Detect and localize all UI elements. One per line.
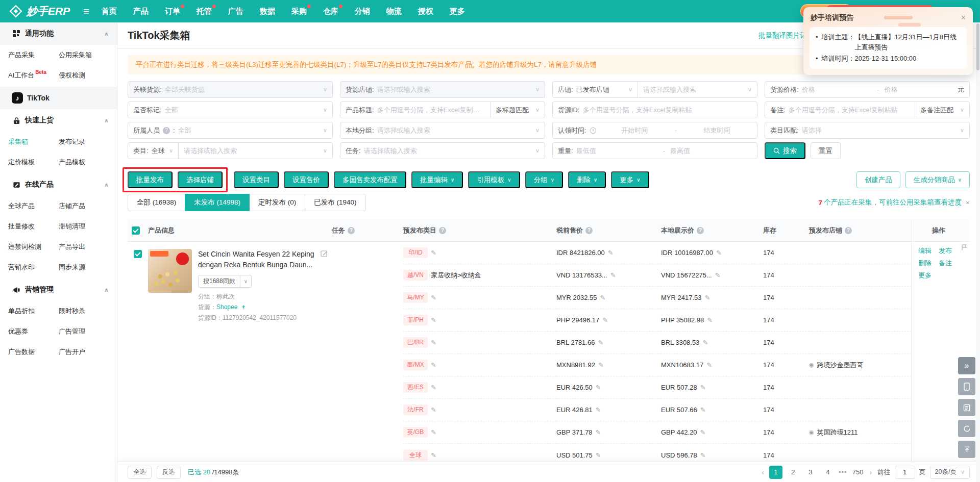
select-all-checkbox[interactable] [132,226,140,235]
row-checkbox[interactable] [134,250,142,258]
filter-weight[interactable]: 重量: 最低值 - 最高值 [552,142,757,159]
sidebar-item-item-discount[interactable]: 单品折扣 [8,301,59,321]
filter-category-scope[interactable]: 类目: 全球 ∨ [128,142,179,159]
edit-price-icon[interactable]: ✎ [602,316,608,324]
filter-owner[interactable]: 所属人员 ? : 全部 ∨ [128,122,333,139]
filter-source-price[interactable]: 货源价格: 价格 - 价格 元 [765,81,970,98]
use-template-dropdown[interactable]: 引用模板∨ [468,171,520,188]
edit-price-icon[interactable]: ✎ [596,406,601,414]
edit-category-icon[interactable]: ✎ [431,339,436,346]
group-dropdown[interactable]: 分组∨ [525,171,563,188]
page-3[interactable]: 3 [804,466,817,479]
edit-category-icon[interactable]: ✎ [431,361,436,369]
collapse-panel-button[interactable]: » [958,357,975,374]
nav-more[interactable]: 更多 [450,7,465,16]
category-name[interactable]: 家居收纳>收纳盒 [431,271,481,280]
edit-price-icon[interactable]: ✎ [596,428,601,436]
edit-link[interactable]: 编辑 [918,246,932,256]
select-all-button[interactable]: 全选 [128,466,152,479]
product-image[interactable] [148,249,192,293]
batch-publish-button[interactable]: 批量发布 [128,171,173,188]
sidebar-item-ad-management[interactable]: 广告管理 [59,321,113,342]
edit-local-price-icon[interactable]: ✎ [706,361,712,369]
nav-logistics[interactable]: 物流 [386,7,402,16]
more-dropdown[interactable]: 更多∨ [611,171,649,188]
delete-link[interactable]: 删除 [918,259,932,268]
nav-products[interactable]: 产品 [133,7,149,16]
page-2[interactable]: 2 [787,466,800,479]
sidebar-item-flash-sale[interactable]: 限时秒杀 [59,301,113,321]
batch-edit-dropdown[interactable]: 批量编辑∨ [411,171,463,188]
nav-data[interactable]: 数据 [260,7,275,16]
sidebar-item-product-template[interactable]: 产品模板 [59,152,113,172]
add-source-icon[interactable]: + [241,303,245,311]
tab-all[interactable]: 全部 (16938) [128,194,185,211]
sidebar-item-banned-words[interactable]: 违禁词检测 [8,237,59,257]
nav-orders[interactable]: 订单 [165,7,180,16]
edit-local-price-icon[interactable]: ✎ [700,406,706,414]
page-scrollbar[interactable] [976,22,980,482]
set-price-button[interactable]: 设置售价 [284,171,329,188]
filter-product-title[interactable]: 产品标题: 多个用逗号分隔，支持Excel复制粘贴 [340,102,491,118]
edit-category-icon[interactable]: ✎ [431,451,436,459]
prev-page-icon[interactable]: ‹ [761,468,765,476]
refresh-button[interactable] [958,420,975,437]
filter-source-shop[interactable]: 货源店铺: 请选择或输入搜索 ∨ [340,81,545,98]
goto-page-input[interactable] [895,466,915,479]
filter-claim-time[interactable]: 认领时间: 开始时间 - 结束时间 [552,122,757,139]
sidebar-section-quick-listing[interactable]: 快速上货 ∧ [0,109,117,132]
app-logo[interactable]: 妙手ERP [9,4,70,18]
tab-scheduled[interactable]: 定时发布 (0) [249,194,305,211]
sidebar-item-watermark[interactable]: 营销水印 [8,257,59,277]
filter-source-id[interactable]: 货源ID: 多个用逗号分隔，支持Excel复制粘贴 [552,102,757,118]
filter-category-search[interactable]: 请选择或输入搜索 ∨ [178,142,333,159]
edit-local-price-icon[interactable]: ✎ [700,384,706,391]
sidebar-section-general[interactable]: 通用功能 ∧ [0,22,117,45]
sidebar-item-batch-edit[interactable]: 批量修改 [8,216,59,237]
close-icon[interactable]: × [966,199,970,207]
edit-category-icon[interactable]: ✎ [431,428,436,436]
edit-price-icon[interactable]: ✎ [596,384,601,391]
collapse-icon[interactable]: ∧ [104,117,109,124]
publish-link[interactable]: 发布 [939,246,952,256]
page-4[interactable]: 4 [821,466,835,479]
edit-price-icon[interactable]: ✎ [608,249,614,257]
edit-category-icon[interactable]: ✎ [431,249,436,257]
sidebar-item-product-collect[interactable]: 产品采集 [8,45,59,65]
sidebar-item-publish-record[interactable]: 发布记录 [59,132,113,152]
edit-local-price-icon[interactable]: ✎ [715,271,721,279]
edit-price-icon[interactable]: ✎ [598,339,603,346]
page-ellipsis[interactable]: ••• [839,468,847,476]
sidebar-item-global-products[interactable]: 全球产品 [8,196,59,216]
sidebar-item-pricing-template[interactable]: 定价模板 [8,152,59,172]
collapse-icon[interactable]: ∧ [104,31,109,37]
delete-dropdown[interactable]: 删除∨ [568,171,606,188]
sidebar-item-collect-box[interactable]: 采集箱 [8,132,59,152]
invert-selection-button[interactable]: 反选 [157,466,181,479]
sidebar-section-marketing[interactable]: 营销管理 ∧ [0,278,117,301]
page-1[interactable]: 1 [769,466,782,479]
scrollbar-thumb[interactable] [976,23,979,70]
filter-note-match-mode[interactable]: 多备注匹配 ∨ [915,102,970,118]
collapse-icon[interactable]: ∧ [104,287,109,293]
more-link[interactable]: 更多 [918,271,932,280]
next-page-icon[interactable]: › [869,468,873,476]
select-shop-button[interactable]: 选择店铺 [178,171,223,188]
create-product-button[interactable]: 创建产品 [856,171,900,188]
sidebar-item-shop-products[interactable]: 店铺产品 [59,196,113,216]
collapse-icon[interactable]: ∧ [104,182,109,188]
nav-home[interactable]: 首页 [102,7,117,16]
back-to-top-button[interactable] [958,441,975,458]
filter-mark-status[interactable]: 是否标记: 全部 ∨ [128,102,333,118]
sidebar-item-sync-source[interactable]: 同步来源 [59,257,113,277]
edit-local-price-icon[interactable]: ✎ [716,249,722,257]
edit-category-icon[interactable]: ✎ [431,316,436,324]
feedback-form-button[interactable] [958,399,975,416]
sidebar-item-ad-account[interactable]: 广告开户 [59,342,113,362]
filter-local-group[interactable]: 本地分组: 请选择或输入搜索 ∨ [340,122,545,139]
filter-title-match-mode[interactable]: 多标题匹配 ∨ [490,102,545,118]
filter-category-match[interactable]: 类目匹配: 请选择 ∨ [765,122,970,139]
search-button[interactable]: 搜索 [765,142,805,159]
filter-note[interactable]: 备注: 多个用逗号分隔，支持Excel复制粘贴 [765,102,915,118]
nav-hosting[interactable]: 托管 [197,7,212,16]
